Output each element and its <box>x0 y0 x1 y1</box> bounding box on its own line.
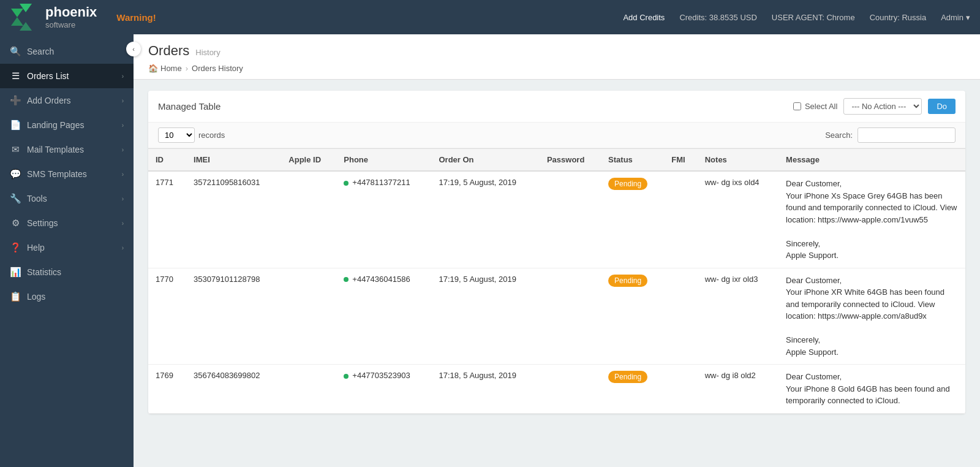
chevron-right-icon: › <box>122 196 124 202</box>
sidebar-item-help[interactable]: ❓ Help › <box>0 235 134 260</box>
sidebar-item-label: Statistics <box>27 267 61 277</box>
credits-display: Credits: 38.8535 USD <box>679 13 756 22</box>
sidebar-item-settings[interactable]: ⚙ Settings › <box>0 211 134 235</box>
records-row: 10 25 50 100 records Search: <box>148 123 965 148</box>
cell-apple-id <box>281 268 336 365</box>
sidebar-item-sms-templates[interactable]: 💬 SMS Templates › <box>0 162 134 186</box>
managed-table-title: Managed Table <box>158 101 221 112</box>
sms-icon: 💬 <box>10 169 21 180</box>
toolbar-right: Select All --- No Action --- Do <box>793 98 956 115</box>
records-label: records <box>198 131 225 140</box>
cell-imei: 353079101128798 <box>186 268 281 365</box>
logo-area: phoenix software <box>10 4 97 31</box>
cell-message: Dear Customer, Your iPhone Xs Space Grey… <box>778 171 965 268</box>
tools-icon: 🔧 <box>10 193 21 204</box>
records-left: 10 25 50 100 records <box>158 127 225 143</box>
cell-notes: ww- dg ixs old4 <box>698 171 778 268</box>
logo-icon <box>10 4 40 31</box>
phone-cell: +447703523903 <box>344 371 424 380</box>
breadcrumb-home[interactable]: 🏠 Home <box>148 64 182 73</box>
cell-phone: +447811377211 <box>336 171 431 268</box>
col-header-notes: Notes <box>698 149 778 172</box>
topbar-left: phoenix software Warning! <box>10 4 156 31</box>
select-all-checkbox[interactable] <box>793 102 801 110</box>
cell-fmi <box>664 171 697 268</box>
cell-order-on: 17:18, 5 August, 2019 <box>432 365 540 414</box>
brand-sub: software <box>45 20 97 30</box>
country-display: Country: Russia <box>870 13 926 22</box>
table-header-row: ID IMEI Apple ID Phone Order On Password… <box>148 149 965 172</box>
cell-message: Dear Customer, Your iPhone XR White 64GB… <box>778 268 965 365</box>
table-row: 1770353079101128798+44743604158617:19, 5… <box>148 268 965 365</box>
phone-status-dot <box>344 181 349 186</box>
chevron-right-icon: › <box>122 245 124 251</box>
table-section: Managed Table Select All --- No Action -… <box>148 91 965 414</box>
cell-imei: 356764083699802 <box>186 365 281 414</box>
cell-apple-id <box>281 171 336 268</box>
layout: ‹ 🔍 Search ☰ Orders List › ➕ Add Orders <box>0 34 980 467</box>
search-area: Search: <box>825 127 956 143</box>
col-header-fmi: FMI <box>664 149 697 172</box>
search-input[interactable] <box>858 127 956 143</box>
status-badge: Pending <box>608 371 647 383</box>
col-header-imei: IMEI <box>186 149 281 172</box>
table-row: 1769356764083699802+44770352390317:18, 5… <box>148 365 965 414</box>
chevron-right-icon: › <box>122 220 124 227</box>
phone-number: +447703523903 <box>352 371 410 380</box>
table-toolbar: Managed Table Select All --- No Action -… <box>148 91 965 123</box>
page-subtitle: History <box>195 48 220 57</box>
sidebar-item-orders-list[interactable]: ☰ Orders List › <box>0 64 134 88</box>
cell-id: 1770 <box>148 268 186 365</box>
admin-dropdown[interactable]: Admin ▾ <box>941 13 970 22</box>
page-header: Orders History 🏠 Home › Orders History <box>134 34 980 80</box>
phone-number: +447436041586 <box>352 275 410 284</box>
cell-apple-id <box>281 365 336 414</box>
cell-password <box>540 268 601 365</box>
sidebar-item-label: Help <box>27 243 45 252</box>
logo-text: phoenix software <box>45 4 97 30</box>
phone-status-dot <box>344 277 349 282</box>
sidebar-item-add-orders[interactable]: ➕ Add Orders › <box>0 88 134 113</box>
user-agent-display: USER AGENT: Chrome <box>772 13 855 22</box>
status-badge: Pending <box>608 275 647 287</box>
sidebar-item-landing-pages[interactable]: 📄 Landing Pages › <box>0 113 134 137</box>
col-header-order-on: Order On <box>432 149 540 172</box>
sidebar-toggle[interactable]: ‹ <box>126 42 141 56</box>
logs-icon: 📋 <box>10 291 21 302</box>
sidebar-nav: 🔍 Search ☰ Orders List › ➕ Add Orders › <box>0 34 134 467</box>
table-body: 1771357211095816031+44781137721117:19, 5… <box>148 171 965 413</box>
breadcrumb-home-label: Home <box>160 64 182 73</box>
phone-cell: +447436041586 <box>344 275 424 284</box>
mail-icon: ✉ <box>10 144 21 155</box>
records-per-page-select[interactable]: 10 25 50 100 <box>158 127 195 143</box>
sidebar-item-logs[interactable]: 📋 Logs <box>0 284 134 309</box>
add-orders-icon: ➕ <box>10 95 21 106</box>
cell-status: Pending <box>601 268 664 365</box>
cell-fmi <box>664 365 697 414</box>
table-row: 1771357211095816031+44781137721117:19, 5… <box>148 171 965 268</box>
no-action-select[interactable]: --- No Action --- <box>843 98 922 115</box>
admin-chevron-icon: ▾ <box>966 13 970 22</box>
search-label: Search: <box>825 131 853 140</box>
sidebar-item-tools[interactable]: 🔧 Tools › <box>0 186 134 211</box>
help-icon: ❓ <box>10 242 21 253</box>
sidebar-item-label: Logs <box>27 292 45 302</box>
sidebar-item-statistics[interactable]: 📊 Statistics <box>0 260 134 284</box>
data-table: ID IMEI Apple ID Phone Order On Password… <box>148 148 965 414</box>
topbar: phoenix software Warning! Add Credits Cr… <box>0 0 980 34</box>
statistics-icon: 📊 <box>10 267 21 278</box>
warning-text: Warning! <box>116 12 156 23</box>
sidebar-item-mail-templates[interactable]: ✉ Mail Templates › <box>0 137 134 162</box>
col-header-apple-id: Apple ID <box>281 149 336 172</box>
do-button[interactable]: Do <box>928 99 956 114</box>
col-header-message: Message <box>778 149 965 172</box>
sidebar-item-label: Landing Pages <box>27 120 84 130</box>
sidebar-item-search[interactable]: 🔍 Search <box>0 39 134 64</box>
chevron-right-icon: › <box>122 122 124 129</box>
page-title-row: Orders History <box>148 43 965 59</box>
select-all-label: Select All <box>805 102 837 111</box>
chevron-right-icon: › <box>122 97 124 104</box>
sidebar-item-label: Tools <box>27 194 47 203</box>
page-title: Orders <box>148 43 189 59</box>
add-credits-link[interactable]: Add Credits <box>623 13 665 22</box>
